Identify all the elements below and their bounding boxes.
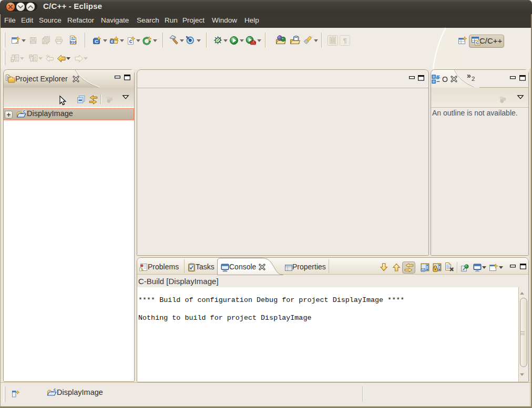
svg-text:c: c: [54, 387, 56, 392]
svg-text:c: c: [23, 109, 26, 114]
svg-text:c: c: [129, 38, 132, 44]
svg-text:C: C: [95, 39, 98, 44]
svg-text:C: C: [476, 40, 479, 45]
svg-text:010: 010: [70, 40, 77, 45]
svg-text:¶: ¶: [343, 37, 346, 45]
svg-text:c: c: [111, 39, 113, 44]
